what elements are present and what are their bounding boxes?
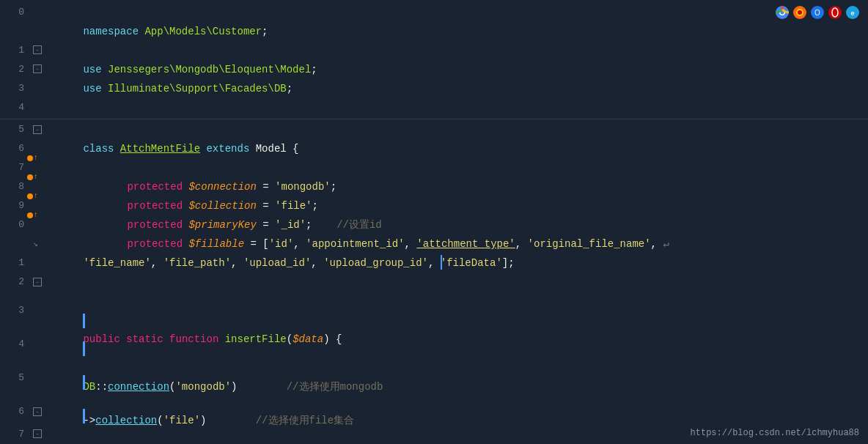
line-num-13: 3 xyxy=(0,301,33,320)
code-line-11: 1 xyxy=(0,254,868,273)
code-line-7: 7 ↑ protected $connection = 'mongodb'; xyxy=(0,158,868,177)
mod-dot-8 xyxy=(27,174,33,180)
line-num-16: 6 xyxy=(0,402,33,421)
line-num-14: 4 xyxy=(0,335,33,354)
code-line-16: 6 - } xyxy=(0,402,868,425)
mod-dot-7 xyxy=(27,155,33,161)
line-num-3: 3 xyxy=(0,79,33,98)
mod-dot-10 xyxy=(27,212,33,218)
line-num-11: 1 xyxy=(0,254,33,273)
code-line-10-cont: ↘ 'file_name', 'file_path', 'upload_id',… xyxy=(0,234,868,254)
svg-text:O: O xyxy=(814,9,820,17)
code-line-5: 5 - class AttchMentFile extends Model { xyxy=(0,120,868,139)
firefox-icon[interactable] xyxy=(793,6,806,19)
code-line-9: 9 ↑ protected $primaryKey = '_id'; //设置i… xyxy=(0,196,868,215)
chrome-icon[interactable] xyxy=(776,6,789,19)
mod-arrow-10: ↑ xyxy=(34,206,38,225)
line-num-2: 2 xyxy=(0,60,33,79)
code-line-8: 8 ↑ protected $collection = 'file'; xyxy=(0,177,868,196)
opera-blue-icon[interactable]: O xyxy=(811,6,824,19)
code-line-1: 1 - use Jenssegers\Mongodb\Eloquent\Mode… xyxy=(0,41,868,60)
code-line-3: 3 xyxy=(0,79,868,98)
code-editor[interactable]: 0 namespace App\Models\Customer; 1 - use… xyxy=(0,0,868,444)
mod-arrow-8: ↑ xyxy=(34,168,38,187)
csdn-url: https://blog.csdn.net/lchmyhua88 xyxy=(691,428,859,438)
browser-icons: O e xyxy=(776,6,859,19)
line-num-0: 0 xyxy=(0,3,33,22)
code-line-4: 4 xyxy=(0,98,868,117)
mod-arrow-7: ↑ xyxy=(34,149,38,168)
svg-point-5 xyxy=(798,10,802,15)
code-line-12: 2 - public static function insertFile($d… xyxy=(0,273,868,300)
code-line-6: 6 xyxy=(0,139,868,158)
ie-icon[interactable]: e xyxy=(846,6,859,19)
code-line-14: 4 ->collection('file') //选择使用file集合 xyxy=(0,335,868,369)
line-num-4: 4 xyxy=(0,98,33,117)
opera-icon[interactable] xyxy=(828,6,842,19)
code-line-2: 2 - use Illuminate\Support\Facades\DB; xyxy=(0,60,868,79)
code-line-empty1 xyxy=(0,22,868,41)
code-line-10: 0 ↑ protected $fillable = ['id', 'appoin… xyxy=(0,215,868,234)
code-line-15: 5 ->insert($data); xyxy=(0,369,868,402)
line-num-5: 5 xyxy=(0,120,33,139)
code-line-13: 3 DB::connection('mongodb') //选择使用mongod… xyxy=(0,301,868,335)
mod-dot-9 xyxy=(27,193,33,199)
line-num-1: 1 xyxy=(0,41,33,60)
svg-text:e: e xyxy=(850,10,854,17)
mod-arrow-9: ↑ xyxy=(34,187,38,206)
line-num-12: 2 xyxy=(0,273,33,292)
code-line-0: 0 namespace App\Models\Customer; xyxy=(0,3,868,22)
line-num-15: 5 xyxy=(0,369,33,388)
line-num-17: 7 xyxy=(0,425,33,444)
